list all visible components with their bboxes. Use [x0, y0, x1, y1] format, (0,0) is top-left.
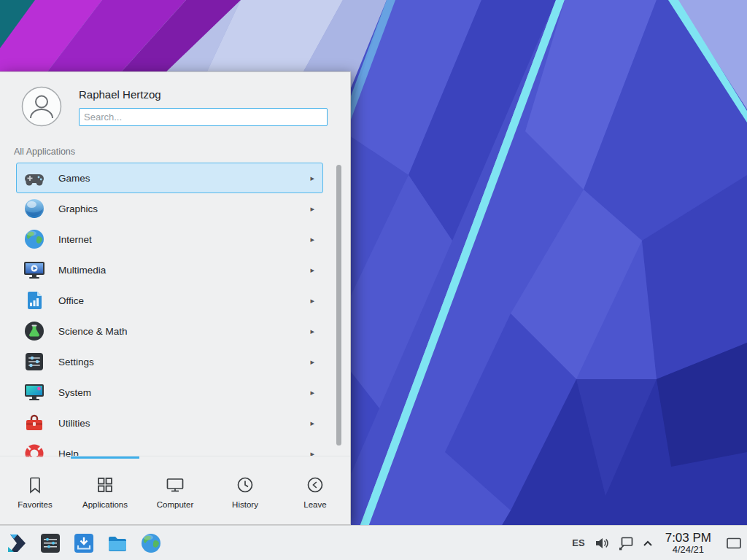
sliders-icon	[23, 350, 46, 373]
submenu-arrow-icon: ▸	[310, 327, 314, 336]
category-item-help[interactable]: Help ▸	[16, 438, 323, 457]
category-item-settings[interactable]: Settings ▸	[16, 346, 323, 377]
category-label: Graphics	[58, 203, 98, 214]
toolbox-icon	[23, 411, 46, 435]
graphics-icon	[23, 197, 46, 220]
tab-favorites[interactable]: Favorites	[0, 456, 70, 524]
tab-leave[interactable]: Leave	[280, 456, 350, 524]
category-label: Internet	[58, 234, 92, 245]
tab-label: Computer	[157, 500, 194, 509]
taskbar-launchers	[0, 532, 163, 555]
document-icon	[23, 289, 46, 312]
desktop: Raphael Hertzog All Applications Games ▸	[0, 0, 747, 560]
scrollbar-thumb[interactable]	[336, 165, 341, 446]
network-icon[interactable]	[619, 536, 633, 551]
submenu-arrow-icon: ▸	[310, 174, 314, 183]
category-label: Settings	[58, 357, 94, 368]
gamepad-icon	[23, 166, 46, 190]
category-item-utilities[interactable]: Utilities ▸	[16, 408, 323, 438]
multimedia-icon	[23, 258, 46, 281]
user-icon	[21, 86, 62, 127]
category-label: Office	[58, 295, 84, 306]
grid-icon	[95, 475, 115, 495]
submenu-arrow-icon: ▸	[310, 388, 314, 397]
category-label: System	[58, 387, 91, 398]
clock-date: 4/24/21	[665, 545, 711, 556]
active-tab-indicator	[71, 456, 139, 459]
scrollbar[interactable]	[336, 165, 341, 446]
life-ring-icon	[23, 442, 46, 457]
submenu-arrow-icon: ▸	[310, 357, 314, 367]
application-launcher-menu: Raphael Hertzog All Applications Games ▸	[0, 71, 351, 525]
category-label: Science & Math	[58, 326, 128, 337]
tab-history[interactable]: History	[210, 456, 280, 524]
tab-label: History	[232, 500, 258, 509]
tab-label: Favorites	[18, 500, 52, 509]
globe-icon	[23, 228, 46, 251]
section-label: All Applications	[14, 147, 75, 157]
tray-expand-arrow-icon[interactable]	[643, 540, 653, 547]
category-list: Games ▸ Graphics ▸	[0, 163, 350, 457]
category-label: Multimedia	[58, 265, 106, 276]
category-item-graphics[interactable]: Graphics ▸	[16, 193, 323, 224]
folder-icon	[106, 532, 129, 555]
category-label: Games	[58, 173, 90, 184]
submenu-arrow-icon: ▸	[310, 235, 314, 244]
digital-clock[interactable]: 7:03 PM 4/24/21	[662, 531, 714, 556]
user-name: Raphael Hertzog	[79, 88, 161, 101]
browser-globe-icon	[139, 532, 163, 555]
submenu-arrow-icon: ▸	[310, 204, 314, 214]
kickoff-icon	[5, 532, 28, 555]
search-input[interactable]	[79, 108, 328, 126]
taskbar: ES 7:03	[0, 525, 747, 560]
category-item-system[interactable]: System ▸	[16, 377, 323, 408]
tab-label: Leave	[303, 500, 326, 509]
app-launcher-button[interactable]	[5, 532, 28, 555]
tab-computer[interactable]: Computer	[140, 456, 210, 524]
clock-time: 7:03 PM	[665, 531, 711, 545]
system-tray: ES 7:03	[572, 529, 747, 558]
submenu-arrow-icon: ▸	[310, 296, 314, 306]
category-item-internet[interactable]: Internet ▸	[16, 224, 323, 254]
show-desktop-icon	[726, 537, 742, 550]
leave-icon	[305, 475, 325, 495]
software-center-button[interactable]	[72, 532, 96, 555]
clock-icon	[235, 475, 255, 495]
category-item-games[interactable]: Games ▸	[16, 163, 323, 193]
monitor-icon	[165, 475, 185, 495]
category-item-office[interactable]: Office ▸	[16, 285, 323, 316]
launcher-header: Raphael Hertzog	[0, 72, 350, 139]
category-item-multimedia[interactable]: Multimedia ▸	[16, 254, 323, 285]
category-item-science-math[interactable]: Science & Math ▸	[16, 316, 323, 346]
tab-applications[interactable]: Applications	[70, 456, 140, 524]
submenu-arrow-icon: ▸	[310, 265, 314, 275]
web-browser-button[interactable]	[139, 532, 163, 555]
file-manager-button[interactable]	[106, 532, 129, 555]
flask-icon	[23, 319, 46, 343]
submenu-arrow-icon: ▸	[310, 419, 314, 428]
keyboard-layout-indicator[interactable]: ES	[572, 537, 584, 548]
launcher-tab-bar: Favorites Applications	[0, 456, 350, 524]
show-desktop-button[interactable]	[724, 529, 744, 558]
system-monitor-icon	[23, 381, 46, 404]
terminal-settings-button[interactable]	[39, 532, 62, 555]
software-center-icon	[72, 532, 96, 555]
dark-panel-icon	[39, 532, 62, 555]
volume-icon[interactable]	[595, 536, 609, 551]
tab-label: Applications	[82, 500, 128, 509]
user-avatar[interactable]	[21, 86, 62, 127]
category-label: Utilities	[58, 418, 90, 429]
bookmark-icon	[25, 475, 45, 495]
